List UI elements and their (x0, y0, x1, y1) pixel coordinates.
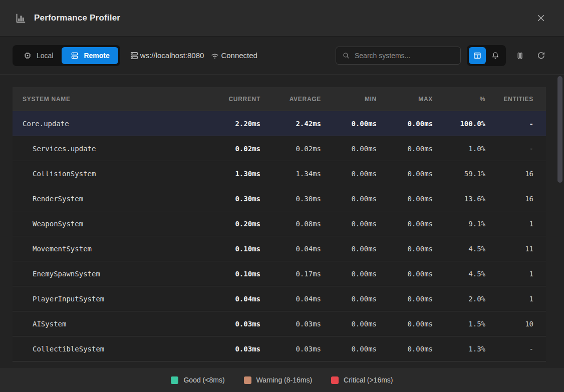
entities-value: 16 (485, 170, 546, 178)
min-value: 0.00ms (321, 220, 377, 228)
system-name: PlayerInputSystem (13, 295, 200, 303)
legend-bar: Good (<8ms) Warning (8-16ms) Critical (>… (0, 368, 564, 392)
remote-button-label: Remote (84, 52, 109, 60)
system-name: Core.update (13, 120, 200, 128)
column-percent: % (433, 96, 485, 103)
cpu-icon (23, 51, 32, 60)
vertical-scrollbar-thumb[interactable] (557, 76, 562, 183)
view-toggle-group (467, 45, 506, 66)
table-body: Core.update 2.20ms 2.42ms 0.00ms 0.00ms … (13, 111, 546, 361)
search-icon (342, 52, 350, 60)
percent-value: 9.1% (433, 220, 485, 228)
local-button[interactable]: Local (15, 47, 62, 64)
average-value: 0.04ms (260, 245, 321, 253)
percent-value: 4.5% (433, 245, 485, 253)
column-min: MIN (321, 96, 377, 103)
critical-color-swatch (331, 376, 339, 384)
entities-value: - (485, 145, 546, 153)
legend-item-warning: Warning (8-16ms) (244, 376, 313, 384)
percent-value: 1.3% (433, 345, 485, 353)
system-name: MovementSystem (13, 245, 200, 253)
table-row[interactable]: EnemySpawnSystem 0.10ms 0.17ms 0.00ms 0.… (13, 261, 546, 286)
max-value: 0.00ms (377, 295, 433, 303)
min-value: 0.00ms (321, 120, 377, 128)
percent-value: 4.5% (433, 270, 485, 278)
average-value: 0.17ms (260, 270, 321, 278)
column-max: MAX (377, 96, 433, 103)
search-box[interactable] (336, 47, 461, 65)
websocket-url-text: ws://localhost:8080 (140, 51, 204, 60)
current-value: 0.03ms (200, 320, 260, 328)
pause-button[interactable] (511, 47, 529, 65)
current-value: 0.04ms (200, 295, 260, 303)
max-value: 0.00ms (377, 145, 433, 153)
legend-item-critical: Critical (>16ms) (331, 376, 393, 384)
performance-profiler-window: Performance Profiler Local (0, 0, 564, 392)
search-input[interactable] (355, 52, 454, 60)
percent-value: 100.0% (433, 120, 485, 128)
table-row[interactable]: Core.update 2.20ms 2.42ms 0.00ms 0.00ms … (13, 111, 546, 136)
average-value: 0.03ms (260, 345, 321, 353)
connection-status-text: Connected (221, 51, 257, 60)
current-value: 0.30ms (200, 195, 260, 203)
percent-value: 2.0% (433, 295, 485, 303)
system-name: WeaponSystem (13, 220, 200, 228)
min-value: 0.00ms (321, 295, 377, 303)
refresh-button[interactable] (532, 47, 550, 65)
table-row[interactable]: RenderSystem 0.30ms 0.30ms 0.00ms 0.00ms… (13, 186, 546, 211)
table-row[interactable]: CollectibleSystem 0.03ms 0.03ms 0.00ms 0… (13, 336, 546, 361)
percent-value: 59.1% (433, 170, 485, 178)
current-value: 1.30ms (200, 170, 260, 178)
local-button-label: Local (37, 52, 53, 60)
table-row[interactable]: MovementSystem 0.10ms 0.04ms 0.00ms 0.00… (13, 236, 546, 261)
min-value: 0.00ms (321, 170, 377, 178)
table-row[interactable]: CollisionSystem 1.30ms 1.34ms 0.00ms 0.0… (13, 161, 546, 186)
table-content: SYSTEM NAME CURRENT AVERAGE MIN MAX % EN… (0, 75, 564, 368)
legend-warning-label: Warning (8-16ms) (256, 376, 313, 384)
system-name: RenderSystem (13, 195, 200, 203)
systems-table: SYSTEM NAME CURRENT AVERAGE MIN MAX % EN… (13, 87, 546, 361)
current-value: 2.20ms (200, 120, 260, 128)
table-row[interactable]: Services.update 0.02ms 0.02ms 0.00ms 0.0… (13, 136, 546, 161)
average-value: 0.03ms (260, 320, 321, 328)
current-value: 0.20ms (200, 220, 260, 228)
min-value: 0.00ms (321, 320, 377, 328)
table-row[interactable]: WeaponSystem 0.20ms 0.08ms 0.00ms 0.00ms… (13, 211, 546, 236)
title-bar: Performance Profiler (0, 0, 564, 37)
entities-value: 1 (485, 295, 546, 303)
warning-color-swatch (244, 376, 251, 384)
page-title: Performance Profiler (34, 13, 120, 23)
good-color-swatch (171, 376, 178, 384)
bar-chart-icon (15, 13, 26, 24)
entities-value: 11 (485, 245, 546, 253)
average-value: 0.02ms (260, 145, 321, 153)
legend-critical-label: Critical (>16ms) (344, 376, 393, 384)
column-entities: ENTITIES (485, 96, 546, 103)
table-icon (473, 51, 482, 60)
percent-value: 13.6% (433, 195, 485, 203)
max-value: 0.00ms (377, 195, 433, 203)
average-value: 2.42ms (260, 120, 321, 128)
remote-button[interactable]: Remote (62, 47, 118, 64)
max-value: 0.00ms (377, 345, 433, 353)
max-value: 0.00ms (377, 320, 433, 328)
table-row[interactable]: PlayerInputSystem 0.04ms 0.04ms 0.00ms 0… (13, 286, 546, 311)
current-value: 0.10ms (200, 245, 260, 253)
close-button[interactable] (533, 10, 549, 26)
refresh-icon (536, 51, 546, 61)
table-row[interactable]: AISystem 0.03ms 0.03ms 0.00ms 0.00ms 1.5… (13, 311, 546, 336)
entities-value: 10 (485, 320, 546, 328)
alerts-button[interactable] (487, 47, 504, 64)
source-segmented-control: Local Remote (13, 45, 120, 66)
average-value: 0.08ms (260, 220, 321, 228)
percent-value: 1.5% (433, 320, 485, 328)
server-icon (129, 51, 139, 61)
current-value: 0.03ms (200, 345, 260, 353)
wifi-icon (210, 51, 220, 61)
entities-value: 16 (485, 195, 546, 203)
legend-good-label: Good (<8ms) (183, 376, 224, 384)
max-value: 0.00ms (377, 120, 433, 128)
table-view-button[interactable] (469, 47, 486, 64)
system-name: AISystem (13, 320, 200, 328)
toolbar: Local Remote (0, 37, 564, 75)
